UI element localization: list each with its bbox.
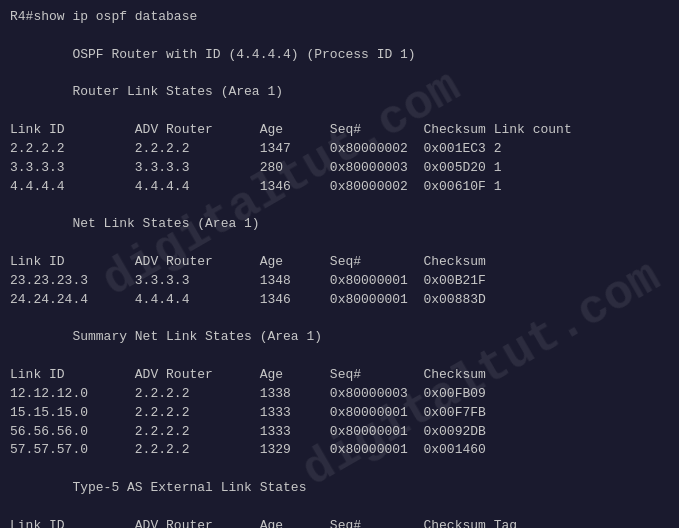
terminal: R4#show ip ospf database OSPF Router wit… [10, 8, 669, 528]
terminal-content: R4#show ip ospf database OSPF Router wit… [10, 8, 669, 528]
